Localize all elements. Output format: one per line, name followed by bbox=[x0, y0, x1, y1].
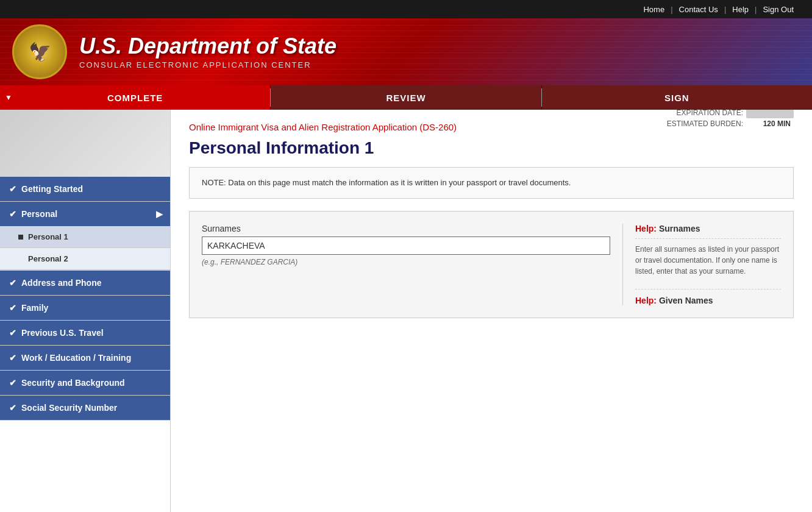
sidebar-item-previous-travel-label: Previous U.S. Travel bbox=[21, 328, 104, 338]
sidebar-item-security[interactable]: ✔ Security and Background bbox=[0, 371, 170, 395]
step-arrow-icon: ▼ bbox=[5, 93, 13, 102]
sidebar-item-getting-started[interactable]: ✔ Getting Started bbox=[0, 177, 170, 201]
seal-icon: 🦅 bbox=[29, 41, 51, 63]
content-area: OMB CONTROL NUMBER: ████████ FORM NUMBER… bbox=[171, 110, 812, 512]
check-icon-family: ✔ bbox=[9, 303, 16, 313]
form-right: Help: Surnames Enter all surnames as lis… bbox=[622, 224, 781, 305]
page-title-section: OMB CONTROL NUMBER: ████████ FORM NUMBER… bbox=[189, 122, 794, 158]
help-topic-surnames: Surnames bbox=[659, 224, 700, 233]
sidebar-item-family[interactable]: ✔ Family bbox=[0, 296, 170, 320]
header-text: U.S. Department of State CONSULAR ELECTR… bbox=[79, 34, 337, 70]
sign-out-link[interactable]: Sign Out bbox=[757, 5, 800, 14]
sidebar-item-security-label: Security and Background bbox=[21, 378, 125, 388]
help-text-surnames: Enter all surnames as listed in your pas… bbox=[635, 238, 781, 277]
sidebar-item-personal-label: Personal bbox=[21, 209, 57, 219]
step-navigation: ▼ COMPLETE REVIEW SIGN bbox=[0, 85, 812, 110]
sidebar-item-address-phone[interactable]: ✔ Address and Phone bbox=[0, 271, 170, 295]
sidebar-sub-item-personal-1-label: Personal 1 bbox=[28, 232, 68, 241]
department-seal: 🦅 bbox=[12, 24, 67, 79]
step-sign[interactable]: SIGN bbox=[542, 85, 812, 110]
check-icon-work: ✔ bbox=[9, 353, 16, 363]
form-section: Surnames (e.g., FERNANDEZ GARCIA) Help: … bbox=[189, 211, 794, 318]
main-layout: ✔ Getting Started ✔ Personal ▶ Personal … bbox=[0, 110, 812, 512]
bullet-icon bbox=[18, 235, 23, 240]
department-subtitle: CONSULAR ELECTRONIC APPLICATION CENTER bbox=[79, 60, 337, 69]
sidebar-item-family-label: Family bbox=[21, 303, 48, 313]
help-label-given: Help: bbox=[635, 296, 657, 305]
home-link[interactable]: Home bbox=[637, 5, 671, 14]
burden-label: ESTIMATED BURDEN: bbox=[650, 118, 746, 129]
step-sign-label: SIGN bbox=[664, 93, 689, 103]
note-box: NOTE: Data on this page must match the i… bbox=[189, 167, 794, 199]
check-icon-address: ✔ bbox=[9, 278, 16, 288]
page-heading: Personal Information 1 bbox=[189, 138, 794, 158]
sidebar-item-ssn-label: Social Security Number bbox=[21, 403, 117, 413]
check-icon-personal: ✔ bbox=[9, 209, 16, 219]
form-left: Surnames (e.g., FERNANDEZ GARCIA) bbox=[202, 224, 610, 305]
surnames-label: Surnames bbox=[202, 224, 610, 233]
contact-us-link[interactable]: Contact Us bbox=[673, 5, 724, 14]
sidebar-divider-8 bbox=[0, 420, 170, 421]
sidebar-item-address-label: Address and Phone bbox=[21, 278, 101, 288]
surnames-hint: (e.g., FERNANDEZ GARCIA) bbox=[202, 258, 610, 266]
help-given-names-title: Help: Given Names bbox=[635, 296, 781, 305]
surnames-input[interactable] bbox=[202, 236, 610, 255]
step-complete[interactable]: ▼ COMPLETE bbox=[0, 85, 270, 110]
header-banner: 🦅 U.S. Department of State CONSULAR ELEC… bbox=[0, 18, 812, 85]
help-label-surnames: Help: bbox=[635, 224, 657, 233]
help-surnames-title: Help: Surnames bbox=[635, 224, 781, 233]
sidebar-item-work-education[interactable]: ✔ Work / Education / Training bbox=[0, 346, 170, 370]
department-name: U.S. Department of State bbox=[79, 34, 337, 59]
sidebar-item-getting-started-label: Getting Started bbox=[21, 184, 83, 194]
check-icon-travel: ✔ bbox=[9, 328, 16, 338]
arrow-right-icon: ▶ bbox=[156, 209, 163, 219]
sidebar-top-image bbox=[0, 110, 170, 177]
sidebar-sub-item-personal-2[interactable]: Personal 2 bbox=[0, 248, 170, 270]
sidebar-sub-item-personal-2-label: Personal 2 bbox=[28, 254, 68, 263]
top-navigation: Home | Contact Us | Help | Sign Out bbox=[0, 0, 812, 18]
help-given-names-section: Help: Given Names bbox=[635, 289, 781, 305]
sidebar-item-ssn[interactable]: ✔ Social Security Number bbox=[0, 396, 170, 420]
check-icon-security: ✔ bbox=[9, 378, 16, 388]
help-link[interactable]: Help bbox=[726, 5, 755, 14]
step-complete-label: COMPLETE bbox=[107, 93, 163, 103]
help-topic-given: Given Names bbox=[659, 296, 713, 305]
burden-value: 120 MIN bbox=[746, 118, 794, 129]
step-review-label: REVIEW bbox=[386, 93, 426, 103]
sidebar-item-personal[interactable]: ✔ Personal ▶ bbox=[0, 202, 170, 226]
step-review[interactable]: REVIEW bbox=[271, 85, 541, 110]
sidebar-sub-item-personal-1[interactable]: Personal 1 bbox=[0, 226, 170, 248]
sidebar: ✔ Getting Started ✔ Personal ▶ Personal … bbox=[0, 110, 171, 512]
note-text: NOTE: Data on this page must match the i… bbox=[202, 178, 571, 187]
sidebar-item-previous-travel[interactable]: ✔ Previous U.S. Travel bbox=[0, 321, 170, 345]
sidebar-item-work-label: Work / Education / Training bbox=[21, 353, 131, 363]
check-icon-ssn: ✔ bbox=[9, 403, 16, 413]
check-icon: ✔ bbox=[9, 184, 16, 194]
